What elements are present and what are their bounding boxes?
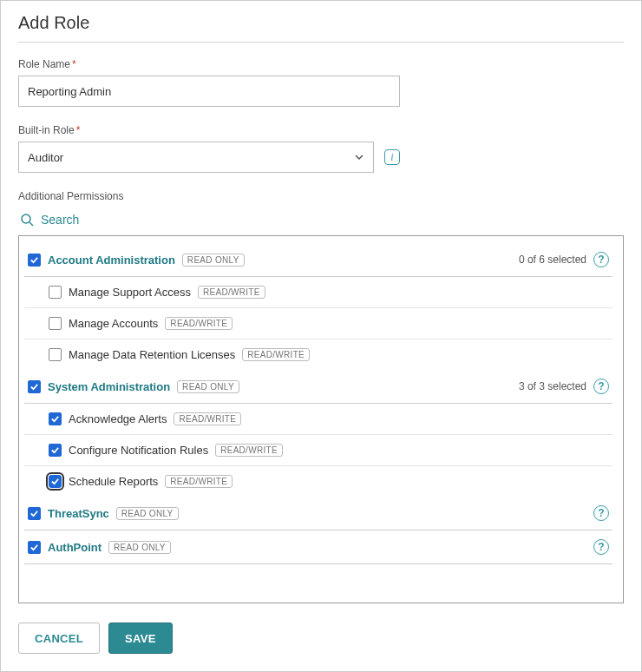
permission-group-header[interactable]: Account AdministrationREAD ONLY0 of 6 se…	[24, 245, 613, 277]
builtin-role-select[interactable]: Auditor	[18, 142, 374, 173]
permission-checkbox[interactable]	[49, 475, 62, 488]
permission-group-threatsync: ThreatSyncREAD ONLY?	[24, 498, 613, 530]
group-selected-count: 3 of 3 selected	[519, 380, 586, 392]
builtin-role-label-text: Built-in Role	[18, 124, 75, 136]
permission-label: Schedule Reports	[69, 475, 158, 488]
help-icon[interactable]: ?	[593, 505, 609, 521]
read-write-badge: READ/WRITE	[165, 475, 233, 488]
permission-label: Configure Notification Rules	[69, 444, 208, 457]
permission-item: Acknowledge AlertsREAD/WRITE	[24, 404, 613, 435]
group-checkbox[interactable]	[28, 254, 41, 267]
permission-group-header[interactable]: System AdministrationREAD ONLY3 of 3 sel…	[24, 372, 613, 404]
role-name-label: Role Name*	[18, 58, 624, 70]
permission-label: Acknowledge Alerts	[69, 412, 167, 425]
permission-group-authpoint: AuthPointREAD ONLY?	[24, 532, 613, 564]
permission-label: Manage Data Retention Licenses	[69, 348, 235, 361]
permission-group-account-admin: Account AdministrationREAD ONLY0 of 6 se…	[24, 245, 613, 370]
permission-checkbox[interactable]	[49, 348, 62, 361]
svg-point-0	[22, 214, 30, 223]
info-icon[interactable]: i	[384, 149, 400, 165]
role-name-label-text: Role Name	[18, 58, 70, 70]
permission-label: Manage Accounts	[69, 317, 158, 330]
required-asterisk: *	[72, 58, 76, 70]
save-button[interactable]: SAVE	[108, 623, 173, 654]
permission-group-header[interactable]: ThreatSyncREAD ONLY?	[24, 498, 613, 530]
help-icon[interactable]: ?	[593, 252, 609, 267]
required-asterisk: *	[76, 124, 81, 136]
builtin-role-value: Auditor	[28, 151, 63, 164]
permission-group-header[interactable]: AuthPointREAD ONLY?	[24, 532, 613, 564]
cancel-button[interactable]: CANCEL	[18, 623, 100, 654]
role-name-field: Role Name*	[18, 58, 624, 107]
additional-permissions-label: Additional Permissions	[18, 190, 624, 202]
add-role-dialog: Add Role Role Name* Built-in Role* Audit…	[0, 0, 642, 672]
search-placeholder: Search	[41, 213, 79, 227]
group-checkbox[interactable]	[28, 541, 41, 554]
role-name-input[interactable]	[18, 76, 400, 107]
chevron-down-icon	[354, 152, 364, 162]
permission-item: Configure Notification RulesREAD/WRITE	[24, 435, 613, 466]
permission-checkbox[interactable]	[49, 286, 62, 299]
group-title: Account Administration	[48, 254, 175, 267]
builtin-role-field: Built-in Role* Auditor i	[18, 124, 624, 173]
group-title: System Administration	[48, 380, 170, 393]
dialog-footer: CANCEL SAVE	[18, 603, 624, 654]
permissions-panel[interactable]: Account AdministrationREAD ONLY0 of 6 se…	[18, 235, 624, 603]
read-write-badge: READ/WRITE	[198, 286, 265, 299]
permission-item: Manage AccountsREAD/WRITE	[24, 308, 613, 339]
read-only-badge: READ ONLY	[108, 541, 171, 554]
group-title: ThreatSync	[48, 507, 109, 520]
group-title: AuthPoint	[48, 541, 102, 554]
permission-item: Manage Support AccessREAD/WRITE	[24, 277, 613, 308]
permissions-search[interactable]: Search	[18, 209, 624, 235]
permission-item: Schedule ReportsREAD/WRITE	[24, 466, 613, 497]
permission-item: Manage Data Retention LicensesREAD/WRITE	[24, 339, 613, 370]
dialog-title: Add Role	[18, 13, 624, 43]
builtin-role-label: Built-in Role*	[18, 124, 624, 136]
group-selected-count: 0 of 6 selected	[519, 254, 586, 266]
group-checkbox[interactable]	[28, 507, 41, 520]
group-checkbox[interactable]	[28, 380, 41, 393]
permission-checkbox[interactable]	[49, 317, 62, 330]
read-write-badge: READ/WRITE	[165, 317, 233, 330]
permission-checkbox[interactable]	[49, 444, 62, 457]
read-only-badge: READ ONLY	[182, 254, 245, 267]
svg-line-1	[29, 222, 33, 226]
read-write-badge: READ/WRITE	[215, 444, 283, 457]
read-write-badge: READ/WRITE	[174, 412, 241, 425]
read-write-badge: READ/WRITE	[242, 348, 310, 361]
read-only-badge: READ ONLY	[116, 507, 179, 520]
help-icon[interactable]: ?	[593, 539, 609, 555]
permission-checkbox[interactable]	[49, 412, 62, 425]
help-icon[interactable]: ?	[593, 379, 609, 394]
permission-label: Manage Support Access	[69, 286, 191, 299]
permission-group-system-admin: System AdministrationREAD ONLY3 of 3 sel…	[24, 372, 613, 497]
search-icon	[20, 213, 34, 227]
read-only-badge: READ ONLY	[177, 380, 239, 393]
